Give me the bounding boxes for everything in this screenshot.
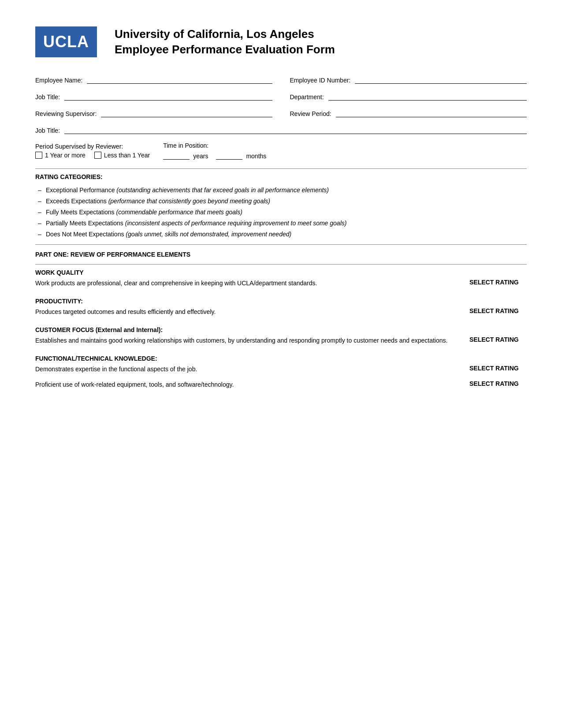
- checkbox-less-than-year[interactable]: Less than 1 Year: [94, 152, 150, 159]
- department-label: Department:: [290, 93, 324, 101]
- reviewing-supervisor-label: Reviewing Supervisor:: [35, 110, 97, 117]
- functional-knowledge-title: FUNCTIONAL/TECHNICAL KNOWLEDGE:: [35, 355, 527, 362]
- productivity-row: Produces targeted outcomes and results e…: [35, 307, 527, 317]
- review-period-label: Review Period:: [290, 110, 331, 117]
- functional-knowledge-rating-2[interactable]: SELECT RATING: [469, 380, 527, 387]
- rating-item-2: Exceeds Expectations (performance that c…: [35, 196, 527, 207]
- form-row-1: Employee Name: Employee ID Number:: [35, 75, 527, 84]
- functional-knowledge-rating-1[interactable]: SELECT RATING: [469, 365, 527, 372]
- rating-categories-header: RATING CATEGORIES:: [35, 173, 527, 180]
- checkbox-year-or-more[interactable]: 1 Year or more: [35, 152, 86, 159]
- department-underline[interactable]: [328, 92, 527, 101]
- work-quality-description: Work products are professional, clear an…: [35, 279, 452, 288]
- checkbox-less-than-year-box[interactable]: [94, 152, 101, 159]
- rating-categories-section: RATING CATEGORIES: Exceptional Performan…: [35, 173, 527, 240]
- functional-knowledge-description-2: Proficient use of work-related equipment…: [35, 380, 452, 389]
- job-title-field: Job Title:: [35, 92, 272, 101]
- rating-item-4-text: Partially Meets Expectations: [46, 220, 125, 227]
- employee-id-underline[interactable]: [355, 75, 527, 84]
- productivity-rating[interactable]: SELECT RATING: [469, 307, 527, 314]
- work-quality-title: WORK QUALITY: [35, 269, 527, 276]
- divider-2: [35, 244, 527, 245]
- customer-focus-rating[interactable]: SELECT RATING: [469, 336, 527, 343]
- customer-focus-section: CUSTOMER FOCUS (External and Internal): …: [35, 326, 527, 345]
- functional-knowledge-row-1: Demonstrates expertise in the functional…: [35, 365, 527, 374]
- time-in-position-label: Time in Position:: [163, 142, 266, 149]
- work-quality-rating[interactable]: SELECT RATING: [469, 279, 527, 286]
- customer-focus-description: Establishes and maintains good working r…: [35, 336, 452, 345]
- job-title-underline[interactable]: [64, 92, 272, 101]
- part-one-header: PART ONE: REVIEW OF PERFORMANCE ELEMENTS: [35, 251, 527, 258]
- period-supervised-row: Period Supervised by Reviewer: 1 Year or…: [35, 142, 527, 160]
- functional-knowledge-description-1: Demonstrates expertise in the functional…: [35, 365, 452, 374]
- time-in-position: Time in Position: years months: [163, 142, 266, 160]
- rating-item-1: Exceptional Performance (outstanding ach…: [35, 185, 527, 196]
- job-title-full-field: Job Title:: [35, 125, 527, 134]
- work-quality-section: WORK QUALITY Work products are professio…: [35, 269, 527, 288]
- rating-item-5: Does Not Meet Expectations (goals unmet,…: [35, 229, 527, 240]
- rating-item-2-italic: (performance that consistently goes beyo…: [108, 198, 270, 205]
- rating-item-3-text: Fully Meets Expectations: [46, 209, 116, 216]
- customer-focus-title: CUSTOMER FOCUS (External and Internal):: [35, 326, 527, 333]
- rating-item-1-text: Exceptional Performance: [46, 187, 116, 194]
- employee-name-field: Employee Name:: [35, 75, 272, 84]
- page-header: UCLA University of California, Los Angel…: [35, 26, 527, 57]
- job-title-label2: Job Title:: [35, 127, 60, 134]
- review-period-field: Review Period:: [290, 108, 527, 117]
- checkbox-year-or-more-box[interactable]: [35, 152, 42, 159]
- productivity-description: Produces targeted outcomes and results e…: [35, 307, 452, 317]
- customer-focus-row: Establishes and maintains good working r…: [35, 336, 527, 345]
- divider-3: [35, 264, 527, 265]
- employee-info-section: Employee Name: Employee ID Number: Job T…: [35, 75, 527, 160]
- form-row-4: Job Title:: [35, 125, 527, 134]
- employee-id-field: Employee ID Number:: [290, 75, 527, 84]
- rating-item-4: Partially Meets Expectations (inconsiste…: [35, 218, 527, 229]
- rating-item-1-italic: (outstanding achievements that far excee…: [116, 187, 329, 194]
- reviewing-supervisor-underline[interactable]: [101, 108, 272, 117]
- reviewing-supervisor-field: Reviewing Supervisor:: [35, 108, 272, 117]
- form-row-2: Job Title: Department:: [35, 92, 527, 101]
- job-title-label: Job Title:: [35, 93, 60, 101]
- form-row-3: Reviewing Supervisor: Review Period:: [35, 108, 527, 117]
- checkbox-group: 1 Year or more Less than 1 Year: [35, 152, 150, 159]
- rating-item-4-italic: (inconsistent aspects of performance req…: [125, 220, 347, 227]
- rating-item-5-italic: (goals unmet, skills not demonstrated, i…: [126, 231, 291, 238]
- productivity-section: PRODUCTIVITY: Produces targeted outcomes…: [35, 298, 527, 317]
- productivity-title: PRODUCTIVITY:: [35, 298, 527, 305]
- job-title-full-underline[interactable]: [64, 125, 527, 134]
- department-field: Department:: [290, 92, 527, 101]
- employee-name-underline[interactable]: [87, 75, 272, 84]
- ucla-logo: UCLA: [35, 26, 97, 57]
- divider-1: [35, 168, 527, 169]
- months-underline[interactable]: [216, 151, 242, 160]
- employee-id-label: Employee ID Number:: [290, 77, 351, 84]
- checkbox-less-than-year-label: Less than 1 Year: [104, 152, 150, 159]
- years-label: years: [193, 153, 208, 160]
- employee-name-label: Employee Name:: [35, 77, 82, 84]
- rating-item-3: Fully Meets Expectations (commendable pe…: [35, 207, 527, 218]
- checkbox-year-or-more-label: 1 Year or more: [45, 152, 86, 159]
- rating-item-3-italic: (commendable performance that meets goal…: [116, 209, 242, 216]
- period-supervised-label: Period Supervised by Reviewer:: [35, 143, 150, 150]
- functional-knowledge-row-2: Proficient use of work-related equipment…: [35, 380, 527, 389]
- functional-knowledge-section: FUNCTIONAL/TECHNICAL KNOWLEDGE: Demonstr…: [35, 355, 527, 389]
- review-period-underline[interactable]: [336, 108, 527, 117]
- rating-item-5-text: Does Not Meet Expectations: [46, 231, 126, 238]
- form-title: University of California, Los Angeles Em…: [115, 26, 335, 57]
- rating-item-2-text: Exceeds Expectations: [46, 198, 108, 205]
- work-quality-row: Work products are professional, clear an…: [35, 279, 527, 288]
- years-underline[interactable]: [163, 151, 190, 160]
- months-label: months: [246, 153, 266, 160]
- rating-list: Exceptional Performance (outstanding ach…: [35, 185, 527, 240]
